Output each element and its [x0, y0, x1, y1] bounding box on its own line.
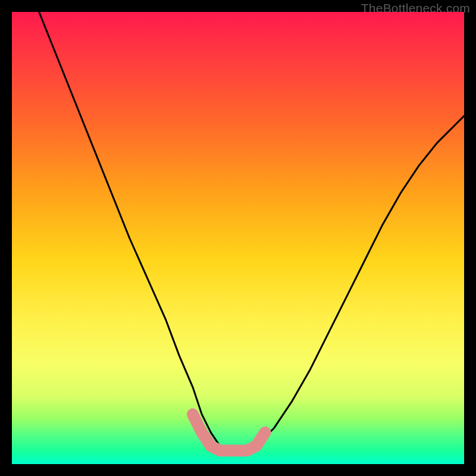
curve-svg [12, 12, 464, 464]
plot-area [12, 12, 464, 464]
bottleneck-curve [39, 12, 464, 450]
chart-frame: TheBottleneck.com [0, 0, 476, 476]
